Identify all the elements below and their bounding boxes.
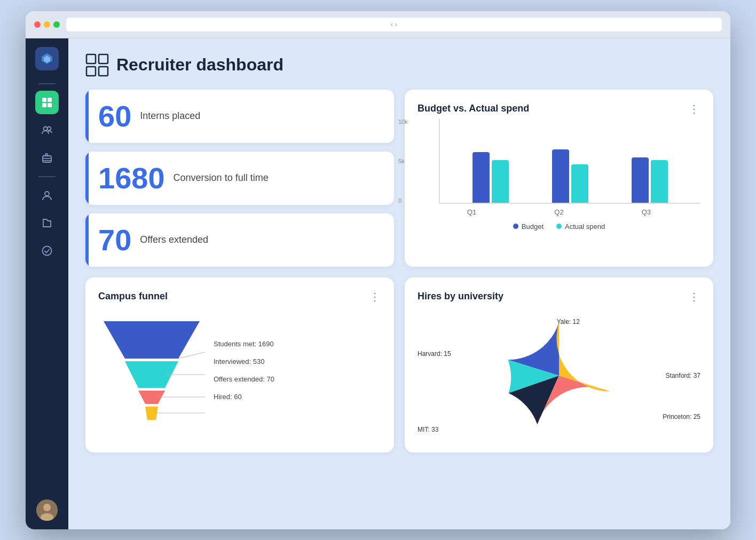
funnel-label-interviewed: Interviewed: 530 xyxy=(214,358,274,366)
stat-accent-3 xyxy=(85,213,89,267)
hires-chart-title: Hires by university xyxy=(418,291,503,302)
svg-point-10 xyxy=(43,246,52,255)
legend-actual: Actual spend xyxy=(556,223,605,231)
legend-budget-dot xyxy=(513,224,518,229)
avatar[interactable] xyxy=(36,499,58,521)
offers-number: 70 xyxy=(98,225,131,255)
funnel-label-hired: Hired: 60 xyxy=(214,393,274,401)
budget-chart-card: Budget vs. Actual spend ⋮ 10k 5k 0 xyxy=(405,90,713,267)
conversion-number: 1680 xyxy=(98,163,165,193)
browser-chrome: ‹ › xyxy=(26,11,730,38)
stat-card-interns: 60 Interns placed xyxy=(85,90,394,143)
pie-label-stanford: Stanford: 37 xyxy=(666,372,700,379)
y-label-5k: 5k xyxy=(398,158,408,164)
svg-rect-6 xyxy=(43,156,51,162)
campus-funnel-card: Campus funnel ⋮ xyxy=(85,277,394,452)
conversion-label: Conversion to full time xyxy=(174,172,269,184)
stat-card-conversion: 1680 Conversion to full time xyxy=(85,152,394,205)
sidebar xyxy=(26,38,68,529)
svg-rect-0 xyxy=(42,98,46,102)
interns-label: Interns placed xyxy=(140,110,200,122)
x-label-q3: Q3 xyxy=(642,208,651,216)
funnel-chart-title: Campus funnel xyxy=(98,291,168,302)
sidebar-item-profile[interactable] xyxy=(35,184,59,207)
funnel-label-interviewed-text: Interviewed: 530 xyxy=(214,358,264,366)
svg-rect-2 xyxy=(42,103,46,107)
bottom-row: Campus funnel ⋮ xyxy=(85,277,713,452)
funnel-label-offers-text: Offers extended: 70 xyxy=(214,375,274,383)
pie-chart-container: Stanford: 37 Yale: 12 Harvard: 15 MIT: 3… xyxy=(418,312,700,440)
svg-marker-20 xyxy=(138,391,165,404)
bar-chart-area: 10k 5k 0 xyxy=(418,124,700,231)
url-bar[interactable]: ‹ › xyxy=(66,18,722,31)
hires-chart-menu[interactable]: ⋮ xyxy=(689,290,700,303)
budget-chart-menu[interactable]: ⋮ xyxy=(689,102,700,115)
bar-group-q1 xyxy=(451,152,530,203)
offers-label: Offers extended xyxy=(140,234,208,245)
pie-chart-svg xyxy=(506,322,612,429)
svg-rect-7 xyxy=(43,158,51,159)
funnel-container: Students met: 1690 Interviewed: 530 Offe… xyxy=(98,312,381,429)
stat-accent-2 xyxy=(85,152,89,205)
funnel-label-offers: Offers extended: 70 xyxy=(214,375,274,383)
stat-cards-column: 60 Interns placed 1680 Conversion to ful… xyxy=(85,90,394,267)
bar-group-q2 xyxy=(530,149,610,203)
svg-rect-14 xyxy=(86,54,96,63)
pie-label-princeton: Princeton: 25 xyxy=(663,413,700,420)
stat-card-offers: 70 Offers extended xyxy=(85,213,394,267)
legend-budget: Budget xyxy=(513,223,544,231)
budget-chart-title: Budget vs. Actual spend xyxy=(418,103,529,114)
page-header: Recruiter dashboard xyxy=(85,53,713,77)
pie-label-mit: MIT: 33 xyxy=(418,426,438,433)
svg-point-4 xyxy=(44,126,48,130)
nav-back-icon[interactable]: ‹ › xyxy=(391,20,397,28)
y-label-10k: 10k xyxy=(398,118,408,125)
interns-number: 60 xyxy=(98,101,131,131)
chart-legend: Budget Actual spend xyxy=(418,223,700,231)
x-axis-labels: Q1 Q2 Q3 xyxy=(418,204,700,216)
x-label-q1: Q1 xyxy=(467,208,476,216)
top-grid: 60 Interns placed 1680 Conversion to ful… xyxy=(85,90,713,267)
svg-point-5 xyxy=(48,126,51,130)
sidebar-item-people[interactable] xyxy=(35,118,59,142)
hires-chart-header: Hires by university ⋮ xyxy=(418,290,700,303)
maximize-button[interactable] xyxy=(53,21,60,28)
x-label-q2: Q2 xyxy=(554,208,563,216)
minimize-button[interactable] xyxy=(44,21,50,28)
sidebar-item-files[interactable] xyxy=(35,211,59,235)
funnel-chart-header: Campus funnel ⋮ xyxy=(98,290,381,303)
pie-label-harvard: Harvard: 15 xyxy=(418,350,451,358)
bar-q1-budget xyxy=(472,152,490,203)
bar-q3-actual xyxy=(651,160,668,203)
bar-chart xyxy=(439,118,700,204)
sidebar-item-tasks[interactable] xyxy=(35,239,59,263)
bar-q2-actual xyxy=(571,164,588,203)
y-axis-labels: 10k 5k 0 xyxy=(398,118,408,204)
bar-q3-budget xyxy=(632,157,649,203)
funnel-labels: Students met: 1690 Interviewed: 530 Offe… xyxy=(214,340,274,401)
svg-rect-15 xyxy=(99,54,108,63)
svg-marker-18 xyxy=(104,321,200,359)
sidebar-item-dashboard[interactable] xyxy=(35,91,59,114)
logo[interactable] xyxy=(35,47,59,70)
hires-chart-card: Hires by university ⋮ xyxy=(405,277,713,452)
svg-rect-1 xyxy=(48,98,52,102)
stat-accent xyxy=(85,90,89,143)
funnel-label-students: Students met: 1690 xyxy=(214,340,274,348)
close-button[interactable] xyxy=(34,21,41,28)
svg-rect-8 xyxy=(43,160,51,161)
svg-rect-16 xyxy=(86,67,96,76)
bar-q1-actual xyxy=(492,160,509,203)
sidebar-divider-2 xyxy=(38,176,56,177)
sidebar-divider xyxy=(38,83,56,84)
funnel-label-hired-text: Hired: 60 xyxy=(214,393,242,401)
page-title: Recruiter dashboard xyxy=(116,55,284,75)
sidebar-item-jobs[interactable] xyxy=(35,146,59,170)
svg-rect-17 xyxy=(99,67,108,76)
legend-actual-dot xyxy=(556,224,562,229)
budget-chart-header: Budget vs. Actual spend ⋮ xyxy=(418,102,700,115)
svg-rect-3 xyxy=(48,103,52,107)
funnel-chart-menu[interactable]: ⋮ xyxy=(369,290,381,303)
browser-window: ‹ › xyxy=(26,11,730,529)
svg-point-9 xyxy=(45,192,49,196)
